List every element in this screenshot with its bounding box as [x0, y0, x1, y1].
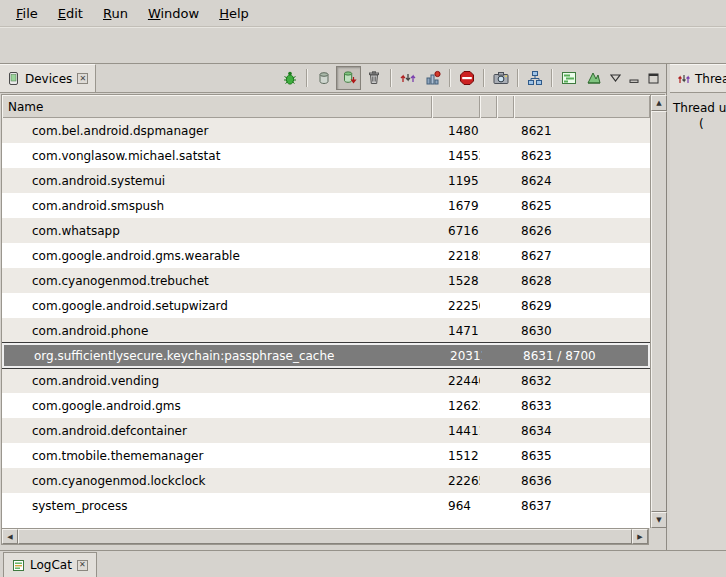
process-pid: 22440: [432, 374, 480, 388]
update-heap-button[interactable]: [311, 66, 336, 90]
view-menu-button[interactable]: [606, 69, 625, 88]
dump-view-hierarchy-icon: [527, 70, 543, 86]
device-row[interactable]: com.android.systemui 1195 8624: [2, 168, 650, 193]
horizontal-scrollbar-thumb[interactable]: [18, 529, 632, 544]
dump-hprof-button[interactable]: [336, 66, 361, 90]
process-pid: 14553: [432, 149, 480, 163]
device-row[interactable]: com.google.android.gms.wearable 22185 86…: [2, 243, 650, 268]
process-name: com.bel.android.dspmanager: [2, 124, 432, 138]
process-port: 8628: [514, 274, 650, 288]
devices-pane: Devices ✕: [0, 64, 667, 550]
menu-edit[interactable]: Edit: [48, 2, 93, 25]
device-row[interactable]: com.google.android.gms 12623 8633: [2, 393, 650, 418]
column-header-name[interactable]: Name: [2, 95, 432, 118]
screen-capture-icon: [493, 70, 509, 86]
vertical-scrollbar[interactable]: ▲ ▼: [650, 95, 667, 528]
devices-toolbar: [277, 64, 666, 92]
tab-devices[interactable]: Devices ✕: [0, 64, 96, 92]
start-opengl-trace-button[interactable]: [581, 66, 606, 90]
process-pid: 1679: [432, 199, 480, 213]
tab-logcat-close-icon[interactable]: ✕: [77, 560, 88, 571]
tab-threads-label: Threads: [695, 72, 726, 86]
debug-button[interactable]: [277, 66, 302, 90]
maximize-button[interactable]: [644, 69, 663, 88]
device-row[interactable]: com.android.vending 22440 8632: [2, 368, 650, 393]
device-row[interactable]: org.sufficientlysecure.keychain:passphra…: [2, 343, 650, 368]
device-row[interactable]: com.tmobile.thememanager 1512 8635: [2, 443, 650, 468]
device-row[interactable]: com.whatsapp 6716 8626: [2, 218, 650, 243]
device-row[interactable]: com.google.android.setupwizard 22250 862…: [2, 293, 650, 318]
stop-process-button[interactable]: [454, 66, 479, 90]
scroll-right-icon[interactable]: ▶: [632, 529, 648, 544]
process-port: 8626: [514, 224, 650, 238]
update-threads-icon: [400, 70, 416, 86]
process-pid: 1195: [432, 174, 480, 188]
scroll-left-icon[interactable]: ◀: [2, 529, 18, 544]
threads-message-line: (: [673, 116, 726, 132]
process-name: org.sufficientlysecure.keychain:passphra…: [4, 349, 434, 363]
process-name: com.vonglasow.michael.satstat: [2, 149, 432, 163]
process-name: com.android.vending: [2, 374, 432, 388]
cause-gc-button[interactable]: [361, 66, 386, 90]
device-row[interactable]: com.bel.android.dspmanager 1480 8621: [2, 118, 650, 143]
toolbar-separator: [449, 69, 450, 87]
device-row[interactable]: com.vonglasow.michael.satstat 14553 8623: [2, 143, 650, 168]
debug-icon: [282, 70, 298, 86]
menubar: FileEditRunWindowHelp: [0, 0, 726, 27]
threads-icon: [677, 72, 690, 85]
capture-systrace-button[interactable]: [556, 66, 581, 90]
device-row[interactable]: com.android.smspush 1679 8625: [2, 193, 650, 218]
toolbar-separator: [517, 69, 518, 87]
process-name: com.android.systemui: [2, 174, 432, 188]
device-row[interactable]: com.cyanogenmod.lockclock 22265 8636: [2, 468, 650, 493]
process-port: 8632: [514, 374, 650, 388]
tab-logcat-label: LogCat: [30, 558, 72, 572]
process-port: 8629: [514, 299, 650, 313]
main-toolbar-strip: [0, 27, 726, 64]
column-header-port[interactable]: [514, 95, 650, 118]
device-row[interactable]: com.cyanogenmod.trebuchet 1528 8628: [2, 268, 650, 293]
menu-window[interactable]: Window: [138, 2, 209, 25]
scroll-down-icon[interactable]: ▼: [651, 512, 667, 528]
tab-logcat[interactable]: LogCat ✕: [3, 552, 97, 577]
logcat-icon: [12, 559, 25, 572]
dump-view-hierarchy-button[interactable]: [522, 66, 547, 90]
screen-capture-button[interactable]: [488, 66, 513, 90]
process-pid: 1480: [432, 124, 480, 138]
device-row[interactable]: system_process 964 8637: [2, 493, 650, 518]
horizontal-scrollbar[interactable]: ◀ ▶: [1, 528, 649, 545]
threads-message-line: Thread up: [673, 100, 726, 116]
toolbar-separator: [306, 69, 307, 87]
process-pid: 964: [432, 499, 480, 513]
update-threads-button[interactable]: [395, 66, 420, 90]
device-row[interactable]: com.android.phone 1471 8630: [2, 318, 650, 343]
scroll-up-icon[interactable]: ▲: [651, 95, 667, 111]
menu-file[interactable]: File: [6, 2, 48, 25]
menu-help[interactable]: Help: [209, 2, 259, 25]
capture-systrace-icon: [561, 70, 577, 86]
process-pid: 12623: [432, 399, 480, 413]
vertical-scrollbar-thumb[interactable]: [651, 111, 667, 512]
menu-run[interactable]: Run: [93, 2, 138, 25]
process-port: 8624: [514, 174, 650, 188]
process-pid: 14411: [432, 424, 480, 438]
process-name: com.cyanogenmod.lockclock: [2, 474, 432, 488]
scrollbar-corner: [649, 528, 666, 545]
process-name: com.android.defcontainer: [2, 424, 432, 438]
minimize-icon: [629, 73, 640, 84]
tab-devices-close-icon[interactable]: ✕: [77, 73, 88, 84]
process-name: com.google.android.gms: [2, 399, 432, 413]
device-row[interactable]: com.android.defcontainer 14411 8634: [2, 418, 650, 443]
threads-view-header: Threads ✕: [670, 64, 726, 93]
start-opengl-trace-icon: [586, 70, 602, 86]
column-header-blank-2[interactable]: [497, 95, 514, 118]
start-method-profiling-button[interactable]: [420, 66, 445, 90]
process-pid: 6716: [432, 224, 480, 238]
minimize-button[interactable]: [625, 69, 644, 88]
tab-threads[interactable]: Threads ✕: [670, 64, 726, 92]
process-port: 8623: [514, 149, 650, 163]
column-header-pid[interactable]: [432, 95, 480, 118]
main-area: Devices ✕: [0, 64, 726, 550]
process-name: com.whatsapp: [2, 224, 432, 238]
column-header-blank-1[interactable]: [480, 95, 497, 118]
